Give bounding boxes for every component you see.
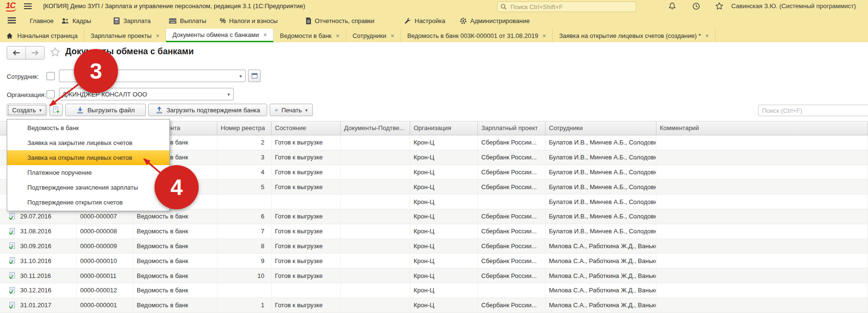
organization-filter-checkbox[interactable] xyxy=(47,90,55,98)
chevron-down-icon: ▾ xyxy=(39,108,42,113)
menubar-item-reports[interactable]: Отчетность, справки xyxy=(305,12,374,29)
menubar-item-hr[interactable]: Кадры xyxy=(61,12,91,29)
chevron-down-icon[interactable]: ▾ xyxy=(224,92,233,97)
cell-employees: Булатов И.В., Минчев А.Б., Солодовникова… xyxy=(546,180,656,194)
column-header[interactable]: Зарплатный проект xyxy=(478,121,546,135)
sections-panel-icon[interactable] xyxy=(8,17,16,24)
history-icon[interactable] xyxy=(692,2,701,11)
banknote-icon xyxy=(169,18,177,24)
cell-confirm_docs xyxy=(341,135,410,150)
tab-bank-statements[interactable]: Ведомости в банк × xyxy=(273,29,346,42)
menubar-item-payments[interactable]: Выплаты xyxy=(169,12,206,29)
tab-bank-exchange-documents[interactable]: Документы обмена с банками × xyxy=(166,29,273,42)
tab-home[interactable]: Начальная страница xyxy=(0,29,84,42)
tab-salary-projects[interactable]: Зарплатные проекты × xyxy=(84,29,166,42)
context-menu-item[interactable]: Платежное поручение xyxy=(7,165,169,180)
current-user[interactable]: Савинская З.Ю. (Системный программист) xyxy=(731,2,868,10)
organization-filter-combo[interactable]: ▾ xyxy=(59,88,234,100)
table-row[interactable]: 30.11.20160000-000011Ведомость в банк10Г… xyxy=(0,268,868,283)
main-menu-icon[interactable] xyxy=(24,3,32,9)
import-file-icon xyxy=(155,107,163,114)
cell-date: 30.12.2016 xyxy=(0,283,77,298)
organization-filter-label: Организация: xyxy=(7,91,46,98)
tab-close-icon[interactable]: × xyxy=(336,33,340,39)
menubar-item-label: Выплаты xyxy=(180,17,206,24)
employee-filter-input[interactable] xyxy=(59,72,236,80)
tab-label: Заявка на открытие лицевых счетов (созда… xyxy=(559,32,701,39)
chevron-down-icon[interactable]: ▾ xyxy=(236,73,245,79)
cell-org: Крон-Ц xyxy=(410,165,478,180)
window-titlebar: 1С [КОПИЯ] Демо ЗУП / Зарплата и управле… xyxy=(0,0,868,12)
tab-close-icon[interactable]: × xyxy=(263,32,267,38)
table-row[interactable]: 30.12.20160000-000012Ведомость в банкКро… xyxy=(0,283,868,298)
back-button[interactable] xyxy=(7,47,25,59)
menubar-item-taxes[interactable]: % Налоги и взносы xyxy=(220,12,278,29)
context-menu-item[interactable]: Подтверждение зачисления зарплаты xyxy=(7,180,169,195)
menubar-item-label: Зарплата xyxy=(123,17,151,24)
context-menu-item[interactable]: Ведомость в банк xyxy=(7,120,169,135)
employee-choose-button[interactable] xyxy=(248,70,261,82)
table-row[interactable]: 31.10.20160000-000010Ведомость в банк9Го… xyxy=(0,253,868,268)
create-button[interactable]: Создать ▾ xyxy=(7,104,47,116)
employee-filter-combo[interactable]: ▾ xyxy=(59,70,246,82)
column-header[interactable]: Комментарий xyxy=(656,121,868,135)
column-header[interactable]: Документы-Подтве... xyxy=(341,121,410,135)
cell-project: Сбербанк России... xyxy=(478,239,546,254)
column-header[interactable]: Состояние xyxy=(272,121,341,135)
menubar-item-salary[interactable]: Зарплата xyxy=(113,12,151,29)
tab-account-opening-request[interactable]: Заявка на открытие лицевых счетов (созда… xyxy=(553,29,715,42)
upload-file-button[interactable]: Выгрузить файл xyxy=(65,104,146,116)
menubar-item-main[interactable]: Главное xyxy=(30,12,54,29)
global-search-box[interactable] xyxy=(497,1,636,12)
cell-status: Готов к выгрузке xyxy=(272,135,341,150)
cell-confirm_docs xyxy=(341,283,410,298)
posted-document-icon xyxy=(9,228,16,235)
cell-date-text: 30.11.2016 xyxy=(20,272,51,279)
cell-confirm_docs xyxy=(341,209,410,224)
favorites-star-icon[interactable] xyxy=(715,2,724,11)
cell-registry_no: 1 xyxy=(217,298,272,313)
table-row[interactable]: 31.01.20170000-000001Ведомость в банк1Го… xyxy=(0,298,868,313)
menubar-item-settings[interactable]: Настройка xyxy=(404,12,445,29)
tab-employees[interactable]: Сотрудники × xyxy=(346,29,401,42)
cell-number: 0000-000012 xyxy=(77,283,133,298)
table-row[interactable]: 29.07.20160000-000007Ведомость в банк6Го… xyxy=(0,209,868,224)
menubar-item-label: Настройка xyxy=(415,17,445,24)
table-search-input[interactable] xyxy=(758,105,868,116)
employee-filter-checkbox[interactable] xyxy=(47,72,55,80)
print-button[interactable]: Печать ▾ xyxy=(270,104,313,116)
copy-plus-icon xyxy=(52,106,60,114)
context-menu-item[interactable]: Заявка на открытие лицевых счетов xyxy=(7,150,169,165)
tab-close-icon[interactable]: × xyxy=(156,33,160,39)
context-menu-item[interactable]: Подтверждение открытия счетов xyxy=(7,195,169,210)
forward-button[interactable] xyxy=(25,47,44,59)
context-menu-item[interactable]: Заявка на закрытие лицевых счетов xyxy=(7,135,169,150)
tab-close-icon[interactable]: × xyxy=(391,33,394,39)
tab-close-icon[interactable]: × xyxy=(705,33,709,39)
tab-close-icon[interactable]: × xyxy=(543,33,547,39)
menubar-item-label: Кадры xyxy=(72,17,91,24)
organization-filter-input[interactable] xyxy=(59,91,224,98)
global-search-input[interactable] xyxy=(510,3,633,11)
cell-employees: Милова С.А., Работкина Ж.Д., Ваньков А.М… xyxy=(546,283,656,298)
cell-project: Сбербанк России... xyxy=(478,165,546,180)
printer-icon xyxy=(275,107,278,114)
menubar-item-administration[interactable]: Администрирование xyxy=(460,12,530,29)
table-row[interactable]: 31.08.20160000-000008Ведомость в банк7Го… xyxy=(0,224,868,239)
cell-status xyxy=(272,283,341,298)
add-to-favorites-star-icon[interactable] xyxy=(50,47,60,57)
tab-bank-statement-003k[interactable]: Ведомость в банк 003К-000001 от 31.08.20… xyxy=(401,29,553,42)
report-document-icon xyxy=(305,17,311,24)
cell-employees: Булатов И.В., Минчев А.Б., Солодовникова… xyxy=(546,165,656,180)
load-bank-confirmations-label: Загрузить подтверждения банка xyxy=(166,107,260,114)
column-header[interactable]: Номер реестра xyxy=(217,121,272,135)
notifications-bell-icon[interactable] xyxy=(668,2,677,11)
load-bank-confirmations-button[interactable]: Загрузить подтверждения банка xyxy=(148,104,267,116)
cell-org: Крон-Ц xyxy=(410,150,478,165)
cell-doc_type: Ведомость в банк xyxy=(133,298,217,313)
cell-confirm_docs xyxy=(341,165,410,180)
column-header[interactable]: Сотрудники xyxy=(546,121,656,135)
create-by-copy-button[interactable] xyxy=(49,104,63,116)
column-header[interactable]: Организация xyxy=(410,121,478,135)
table-row[interactable]: 30.09.20160000-000009Ведомость в банк8Го… xyxy=(0,239,868,254)
